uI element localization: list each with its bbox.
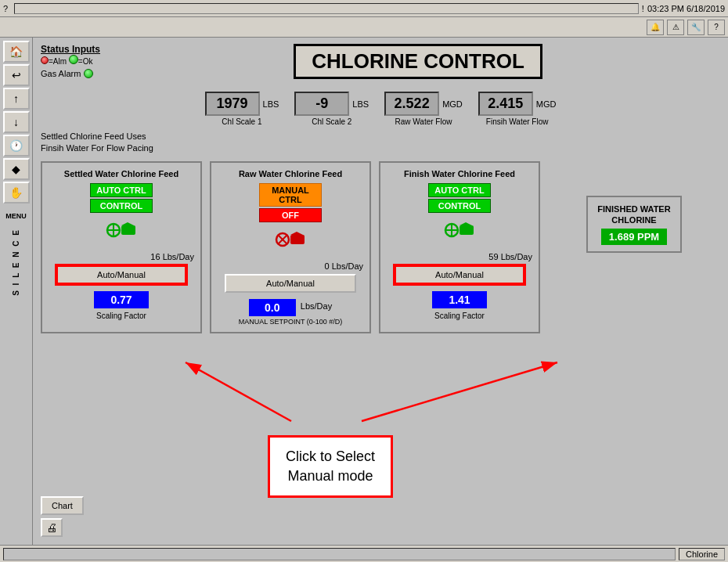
chart-button[interactable]: Chart xyxy=(41,496,84,515)
svg-rect-13 xyxy=(460,225,474,235)
meter-chl-scale1: 1979 LBS Chl Scale 1 xyxy=(205,92,279,126)
feed-panels: Settled Water Chlorine Feed AUTO CTRL CO… xyxy=(41,161,540,333)
settled-lbs-day: 16 Lbs/Day xyxy=(49,252,194,261)
raw-water-unit: MGD xyxy=(442,99,463,109)
finish-auto-ctrl-btn[interactable]: AUTO CTRL xyxy=(428,183,491,197)
status-legend: =Alm =Ok xyxy=(41,55,100,66)
finish-scaling-value: 1.41 xyxy=(432,291,487,308)
ok-led xyxy=(69,55,78,64)
raw-manual-ctrl-btn[interactable]: MANUAL CTRL xyxy=(259,183,322,207)
sidebar-hand-btn[interactable]: ✋ xyxy=(3,182,30,204)
finish-lbs-day: 59 Lbs/Day xyxy=(387,252,532,261)
raw-panel-title: Raw Water Chlorine Feed xyxy=(218,169,363,178)
info-text: Settled Chlorine Feed Uses Finsih Water … xyxy=(41,131,720,155)
raw-water-label: Raw Water Flow xyxy=(395,117,452,126)
svg-rect-8 xyxy=(290,235,305,244)
datetime-display: 03:23 PM 6/18/2019 xyxy=(647,4,725,13)
chl-scale1-label: Chl Scale 1 xyxy=(222,117,261,126)
sidebar-down-btn[interactable]: ↓ xyxy=(3,111,30,133)
warning-btn[interactable]: ⚠ xyxy=(667,20,684,35)
sidebar-silence-label: S I L E N C E xyxy=(12,229,20,296)
sidebar-back-btn[interactable]: ↩ xyxy=(3,64,30,86)
help-btn[interactable]: ? xyxy=(708,20,725,35)
raw-off-btn[interactable]: OFF xyxy=(259,208,322,222)
chl-scale1-unit: LBS xyxy=(263,99,279,109)
progress-bar xyxy=(14,3,639,14)
finish-water-panel: Finish Water Chlorine Feed AUTO CTRL CON… xyxy=(379,161,540,333)
finish-scaling-label: Scaling Factor xyxy=(434,312,485,320)
finish-panel-title: Finish Water Chlorine Feed xyxy=(387,169,532,178)
print-button[interactable]: 🖨 xyxy=(41,518,63,537)
question-mark: ? xyxy=(3,4,8,13)
svg-rect-3 xyxy=(121,225,135,235)
sidebar-menu-label: MENU xyxy=(3,208,30,224)
info-line2: Finsih Water For Flow Pacing xyxy=(41,142,720,154)
alarm-btn[interactable]: 🔔 xyxy=(647,20,664,35)
svg-line-16 xyxy=(186,362,291,421)
popup-line2: Manual mode xyxy=(286,467,375,486)
chl-scale2-value: -9 xyxy=(294,92,349,116)
wrench-btn[interactable]: 🔧 xyxy=(687,20,705,35)
raw-setpoint-label: MANUAL SETPOINT (0-100 #/D) xyxy=(239,318,343,326)
status-inputs-group: Status Inputs =Alm =Ok Gas Alarm xyxy=(41,44,100,78)
gas-alarm-label: Gas Alarm xyxy=(41,69,81,78)
sidebar-home-btn[interactable]: 🏠 xyxy=(3,41,30,63)
settled-control-btn[interactable]: CONTROL xyxy=(90,199,153,213)
finish-water-unit: MGD xyxy=(536,99,557,109)
svg-marker-9 xyxy=(290,232,303,235)
raw-setpoint-unit: Lbs/Day xyxy=(301,301,332,311)
raw-water-panel: Raw Water Chlorine Feed MANUAL CTRL OFF … xyxy=(210,161,371,333)
popup-line1: Click to Select xyxy=(286,447,375,467)
meter-row: 1979 LBS Chl Scale 1 -9 LBS Chl Scale 2 … xyxy=(41,92,720,126)
finish-auto-manual-btn[interactable]: Auto/Manual xyxy=(394,265,524,285)
bottom-status xyxy=(3,548,676,560)
alm-led xyxy=(41,56,49,64)
finish-water-value: 2.415 xyxy=(478,92,533,116)
fw-title-line1: FINISHED WATER xyxy=(597,204,670,214)
fw-value: 1.689 PPM xyxy=(601,229,667,245)
fw-title-line2: CHLORINE xyxy=(597,214,670,225)
click-popup: Click to Select Manual mode xyxy=(268,435,393,498)
gas-alarm: Gas Alarm xyxy=(41,69,100,78)
gas-alarm-led xyxy=(84,69,93,78)
chl-scale1-value: 1979 xyxy=(205,92,260,116)
raw-auto-manual-btn[interactable]: Auto/Manual xyxy=(225,274,355,293)
raw-water-value: 2.522 xyxy=(384,92,439,116)
sidebar: 🏠 ↩ ↑ ↓ 🕐 ◆ ✋ MENU S I L E N C E xyxy=(0,38,33,545)
chl-scale2-unit: LBS xyxy=(352,99,369,109)
svg-marker-4 xyxy=(121,222,134,225)
sidebar-up-btn[interactable]: ↑ xyxy=(3,88,30,110)
raw-lbs-day: 0 Lbs/Day xyxy=(218,261,363,271)
status-title: Status Inputs xyxy=(41,44,100,55)
meter-chl-scale2: -9 LBS Chl Scale 2 xyxy=(294,92,369,126)
finished-water-box: FINISHED WATER CHLORINE 1.689 PPM xyxy=(586,196,681,254)
page-title: CHLORINE CONTROL xyxy=(294,44,542,79)
settled-auto-manual-btn[interactable]: Auto/Manual xyxy=(56,265,186,285)
status-area: Status Inputs =Alm =Ok Gas Alarm CHLORIN… xyxy=(41,44,720,87)
exclaim-mark: ! xyxy=(642,4,644,13)
bottom-label: Chlorine xyxy=(679,548,725,560)
content-area: Status Inputs =Alm =Ok Gas Alarm CHLORIN… xyxy=(33,38,728,545)
main-layout: 🏠 ↩ ↑ ↓ 🕐 ◆ ✋ MENU S I L E N C E Status … xyxy=(0,38,728,545)
lower-section: Settled Water Chlorine Feed AUTO CTRL CO… xyxy=(41,161,720,341)
page-title-area: CHLORINE CONTROL xyxy=(116,44,720,79)
toolbar2: 🔔 ⚠ 🔧 ? xyxy=(0,17,728,38)
settled-chlorine-icon xyxy=(49,218,194,247)
sidebar-diamond-btn[interactable]: ◆ xyxy=(3,158,30,180)
settled-auto-ctrl-btn[interactable]: AUTO CTRL xyxy=(90,183,153,197)
right-content: FINISHED WATER CHLORINE 1.689 PPM xyxy=(548,161,720,341)
finish-water-label: Finsih Water Flow xyxy=(486,117,549,126)
raw-setpoint-value: 0.0 xyxy=(249,299,296,316)
finish-chlorine-icon xyxy=(387,218,532,247)
bottom-bar: Chlorine xyxy=(0,545,728,562)
settled-scaling-label: Scaling Factor xyxy=(96,312,146,320)
settled-scaling-value: 0.77 xyxy=(94,291,149,308)
settled-panel-title: Settled Water Chlorine Feed xyxy=(49,169,194,178)
chl-scale2-label: Chl Scale 2 xyxy=(312,117,351,126)
meter-raw-water: 2.522 MGD Raw Water Flow xyxy=(384,92,463,126)
sidebar-clock-btn[interactable]: 🕐 xyxy=(3,135,30,157)
svg-line-17 xyxy=(362,362,557,421)
settled-water-panel: Settled Water Chlorine Feed AUTO CTRL CO… xyxy=(41,161,202,333)
meter-finish-water: 2.415 MGD Finsih Water Flow xyxy=(478,92,557,126)
finish-control-btn[interactable]: CONTROL xyxy=(428,199,491,213)
